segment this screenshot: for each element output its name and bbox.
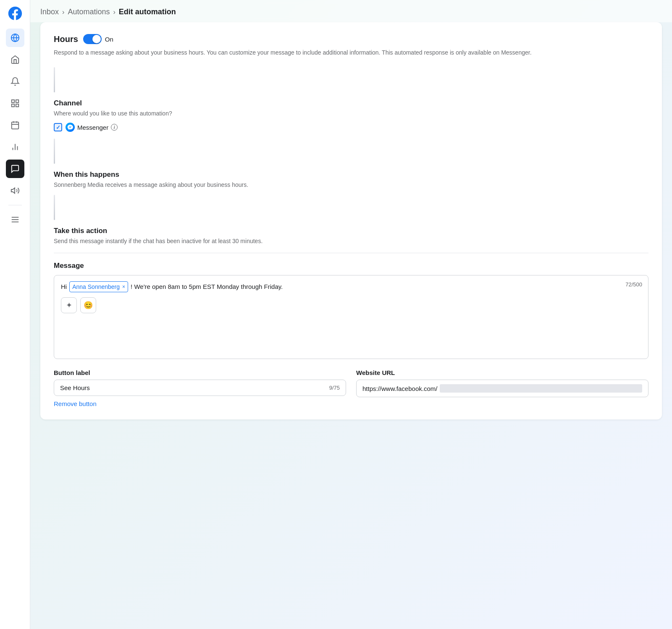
button-label-input-wrapper[interactable]: 9/75 xyxy=(54,380,346,396)
svg-rect-6 xyxy=(11,122,18,129)
message-prefix: Hi xyxy=(61,282,67,292)
sidebar-item-calendar[interactable] xyxy=(6,116,24,134)
website-url-input-wrapper[interactable]: https://www.facebook.com/ xyxy=(356,380,648,397)
button-label-count: 9/75 xyxy=(329,385,340,391)
breadcrumb-inbox[interactable]: Inbox xyxy=(40,8,59,16)
website-url-heading: Website URL xyxy=(356,369,648,376)
when-section: When this happens Sonnenberg Media recei… xyxy=(54,139,648,188)
channel-row: ✓ Messenger i xyxy=(54,123,648,132)
sidebar xyxy=(0,0,30,629)
content-card: Hours On Respond to a message asking abo… xyxy=(40,22,662,419)
checkmark-icon: ✓ xyxy=(56,124,60,131)
svg-rect-2 xyxy=(11,100,14,102)
name-tag-text: Anna Sonnenberg xyxy=(72,282,120,291)
info-icon[interactable]: i xyxy=(111,124,118,131)
breadcrumb: Inbox › Automations › Edit automation xyxy=(40,8,662,16)
url-rest xyxy=(440,384,642,393)
messenger-badge: Messenger i xyxy=(66,123,118,132)
breadcrumb-chevron-1: › xyxy=(62,8,64,16)
name-tag-remove[interactable]: × xyxy=(122,283,125,291)
remove-button-link[interactable]: Remove button xyxy=(54,400,97,407)
sidebar-item-chart[interactable] xyxy=(6,138,24,156)
when-title: When this happens xyxy=(54,170,648,179)
url-input: https://www.facebook.com/ xyxy=(362,384,642,393)
action-divider-bar xyxy=(54,195,55,220)
channel-section: Channel Where would you like to use this… xyxy=(54,67,648,132)
breadcrumb-current: Edit automation xyxy=(119,8,176,16)
button-label-heading: Button label xyxy=(54,369,346,376)
name-tag[interactable]: Anna Sonnenberg × xyxy=(69,281,128,292)
sidebar-divider xyxy=(8,205,22,205)
button-label-input[interactable] xyxy=(60,384,326,391)
horizontal-divider xyxy=(54,253,648,253)
when-description: Sonnenberg Media receives a message aski… xyxy=(54,181,648,188)
sidebar-item-globe[interactable] xyxy=(6,29,24,47)
channel-title: Channel xyxy=(54,99,648,107)
sidebar-item-megaphone[interactable] xyxy=(6,181,24,200)
when-divider-bar xyxy=(54,139,55,164)
sparkle-button[interactable]: ✦ xyxy=(61,297,77,313)
message-tools: ✦ 😊 xyxy=(61,297,641,313)
svg-rect-4 xyxy=(11,104,14,107)
form-row: Button label 9/75 Remove button Website … xyxy=(54,369,648,408)
message-label: Message xyxy=(54,262,648,270)
sidebar-item-menu[interactable] xyxy=(6,210,24,229)
action-description: Send this message instantly if the chat … xyxy=(54,238,648,244)
main-content: Inbox › Automations › Edit automation Ho… xyxy=(30,0,672,629)
message-text: Hi Anna Sonnenberg × ! We're open 8am to… xyxy=(61,281,641,292)
svg-rect-5 xyxy=(16,104,18,107)
website-url-group: Website URL https://www.facebook.com/ xyxy=(356,369,648,408)
hours-title: Hours xyxy=(54,34,78,44)
sidebar-item-grid[interactable] xyxy=(6,94,24,113)
messenger-checkbox[interactable]: ✓ xyxy=(54,123,62,131)
sidebar-item-inbox[interactable] xyxy=(6,160,24,178)
sidebar-item-notifications[interactable] xyxy=(6,72,24,91)
hours-description: Respond to a message asking about your b… xyxy=(54,48,648,57)
channel-subtitle: Where would you like to use this automat… xyxy=(54,110,648,117)
channel-divider-bar xyxy=(54,67,55,92)
toggle-label: On xyxy=(105,36,113,43)
sidebar-item-home[interactable] xyxy=(6,50,24,69)
svg-rect-3 xyxy=(16,100,18,102)
button-label-group: Button label 9/75 Remove button xyxy=(54,369,346,408)
message-suffix: ! We're open 8am to 5pm EST Monday throu… xyxy=(131,282,283,292)
breadcrumb-bar: Inbox › Automations › Edit automation xyxy=(30,0,672,22)
app-logo xyxy=(7,5,24,22)
message-box[interactable]: Hi Anna Sonnenberg × ! We're open 8am to… xyxy=(54,275,648,359)
toggle-wrapper: On xyxy=(83,34,113,44)
breadcrumb-automations[interactable]: Automations xyxy=(68,8,110,16)
messenger-label: Messenger xyxy=(77,124,108,131)
emoji-button[interactable]: 😊 xyxy=(80,297,96,313)
message-char-count: 72/500 xyxy=(625,281,642,288)
action-title: Take this action xyxy=(54,227,648,235)
svg-marker-13 xyxy=(11,188,14,194)
hours-header: Hours On xyxy=(54,34,648,44)
url-prefix: https://www.facebook.com/ xyxy=(362,385,437,392)
action-section: Take this action Send this message insta… xyxy=(54,195,648,244)
messenger-icon xyxy=(66,123,75,132)
breadcrumb-chevron-2: › xyxy=(113,8,115,16)
hours-toggle[interactable] xyxy=(83,34,102,44)
message-section: Message Hi Anna Sonnenberg × ! We're ope… xyxy=(54,262,648,359)
